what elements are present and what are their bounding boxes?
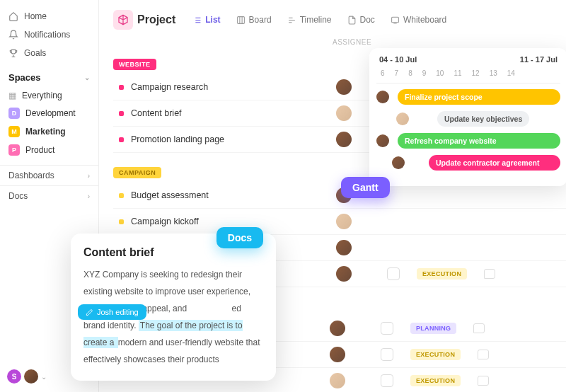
user-avatar-photo bbox=[24, 369, 38, 384]
space-mkt-label: Marketing bbox=[25, 127, 66, 137]
nav-dashboards[interactable]: Dashboards › bbox=[0, 165, 98, 185]
tab-board[interactable]: Board bbox=[231, 12, 277, 28]
space-marketing[interactable]: M Marketing bbox=[0, 122, 98, 141]
calendar-icon[interactable] bbox=[387, 267, 400, 280]
user-avatar-initial: S bbox=[7, 369, 21, 384]
nav-goals[interactable]: Goals bbox=[0, 44, 98, 62]
gantt-bar-contract[interactable]: Update contractor agreement bbox=[429, 155, 560, 171]
task-row[interactable]: Campaign kickoff bbox=[113, 209, 566, 235]
col-assignee: ASSIGNEE bbox=[333, 38, 371, 46]
gantt-day: 13 bbox=[490, 69, 497, 77]
assignee-avatar[interactable] bbox=[330, 373, 345, 388]
status-planning[interactable]: PLANNING bbox=[410, 323, 456, 334]
comment-icon[interactable] bbox=[478, 350, 489, 359]
task-name: Content brief bbox=[131, 108, 329, 118]
comment-icon[interactable] bbox=[473, 323, 485, 333]
gantt-label: Gantt bbox=[341, 177, 390, 198]
assignee-avatar[interactable] bbox=[336, 214, 352, 229]
svg-rect-1 bbox=[392, 17, 399, 23]
gantt-avatar bbox=[376, 134, 389, 147]
space-dev-label: Development bbox=[25, 108, 76, 118]
task-bullet bbox=[119, 111, 124, 116]
gantt-day: 9 bbox=[422, 69, 427, 77]
tab-list-label: List bbox=[205, 15, 220, 25]
tab-whiteboard-label: Whiteboard bbox=[403, 15, 446, 25]
tab-list[interactable]: List bbox=[187, 12, 226, 28]
tab-whiteboard[interactable]: Whiteboard bbox=[385, 12, 452, 28]
task-name: Campaign kickoff bbox=[131, 217, 329, 226]
assignee-avatar[interactable] bbox=[336, 266, 352, 282]
assignee-avatar[interactable] bbox=[330, 347, 345, 362]
space-everything-label: Everything bbox=[22, 91, 62, 100]
tab-timeline-label: Timeline bbox=[300, 15, 332, 25]
home-icon bbox=[8, 11, 18, 21]
tab-doc-label: Doc bbox=[360, 15, 375, 25]
user-footer[interactable]: S ⌄ bbox=[7, 369, 47, 384]
nav-goals-label: Goals bbox=[24, 48, 46, 58]
status-execution[interactable]: EXECUTION bbox=[410, 375, 461, 386]
group-website-badge[interactable]: WEBSITE bbox=[113, 59, 156, 70]
task-bullet bbox=[119, 219, 124, 224]
gantt-bar-website[interactable]: Refresh company website bbox=[398, 133, 560, 149]
calendar-icon[interactable] bbox=[381, 374, 393, 387]
assignee-avatar[interactable] bbox=[330, 321, 345, 336]
space-everything[interactable]: ▦ Everything bbox=[0, 87, 98, 104]
gantt-bar-objectives[interactable]: Update key objectives bbox=[437, 111, 529, 127]
task-row[interactable]: Budget assessment bbox=[113, 183, 566, 209]
gantt-day-header: 6 7 8 9 10 11 12 13 14 bbox=[376, 68, 560, 83]
status-execution[interactable]: EXECUTION bbox=[417, 268, 467, 279]
status-execution[interactable]: EXECUTION bbox=[410, 349, 461, 360]
space-development[interactable]: D Development bbox=[0, 104, 98, 122]
svg-rect-0 bbox=[237, 16, 244, 23]
task-name: Campaign research bbox=[131, 82, 329, 92]
gantt-day: 8 bbox=[408, 69, 412, 77]
assignee-avatar[interactable] bbox=[336, 105, 352, 121]
space-product[interactable]: P Product bbox=[0, 141, 98, 159]
assignee-avatar[interactable] bbox=[336, 240, 352, 255]
tab-doc[interactable]: Doc bbox=[342, 12, 381, 28]
assignee-avatar[interactable] bbox=[336, 132, 352, 147]
editing-label: Josh editing bbox=[97, 308, 139, 316]
gantt-row[interactable]: Finalize project scope bbox=[376, 88, 560, 105]
nav-docs[interactable]: Docs › bbox=[0, 185, 98, 206]
nav-notifications-label: Notifications bbox=[24, 30, 70, 40]
gantt-row[interactable]: Refresh company website bbox=[376, 132, 560, 149]
space-mkt-badge: M bbox=[8, 126, 20, 137]
gantt-avatar bbox=[376, 91, 389, 103]
tab-timeline[interactable]: Timeline bbox=[282, 12, 337, 28]
gantt-week-header: 04 - 10 Jul 11 - 17 Jul bbox=[376, 55, 560, 68]
gantt-bar-scope[interactable]: Finalize project scope bbox=[398, 89, 560, 105]
editing-indicator: Josh editing bbox=[78, 304, 146, 320]
calendar-icon[interactable] bbox=[381, 348, 393, 361]
nav-home[interactable]: Home bbox=[0, 7, 98, 25]
task-name: Promotion landing page bbox=[131, 134, 329, 144]
task-bullet bbox=[119, 85, 124, 90]
comment-icon[interactable] bbox=[478, 376, 489, 386]
trophy-icon bbox=[8, 48, 18, 58]
assignee-avatar[interactable] bbox=[336, 79, 352, 95]
timeline-icon bbox=[287, 16, 296, 25]
project-cube-icon bbox=[113, 10, 133, 30]
comment-icon[interactable] bbox=[484, 269, 495, 279]
space-dev-badge: D bbox=[8, 108, 20, 119]
board-icon bbox=[236, 16, 246, 25]
gantt-day: 11 bbox=[454, 69, 461, 77]
gantt-day: 14 bbox=[507, 69, 515, 77]
nav-notifications[interactable]: Notifications bbox=[0, 25, 98, 44]
spaces-label: Spaces bbox=[8, 72, 41, 83]
gantt-day: 12 bbox=[472, 69, 480, 77]
chevron-right-icon: › bbox=[88, 172, 90, 180]
docs-label: Docs bbox=[216, 227, 263, 248]
spaces-header[interactable]: Spaces ⌄ bbox=[0, 62, 98, 87]
nav-home-label: Home bbox=[24, 11, 47, 21]
group-campaign-badge[interactable]: CAMPAIGN bbox=[113, 167, 161, 178]
calendar-icon[interactable] bbox=[381, 322, 393, 335]
chevron-down-icon: ⌄ bbox=[84, 74, 90, 81]
gantt-day: 10 bbox=[436, 69, 444, 77]
gantt-row[interactable]: Update contractor agreement bbox=[376, 154, 560, 171]
gantt-row[interactable]: Update key objectives bbox=[376, 110, 560, 127]
task-bullet bbox=[119, 193, 124, 198]
pencil-icon bbox=[86, 309, 93, 316]
space-prod-label: Product bbox=[25, 145, 54, 155]
task-name: Budget assessment bbox=[131, 190, 329, 200]
